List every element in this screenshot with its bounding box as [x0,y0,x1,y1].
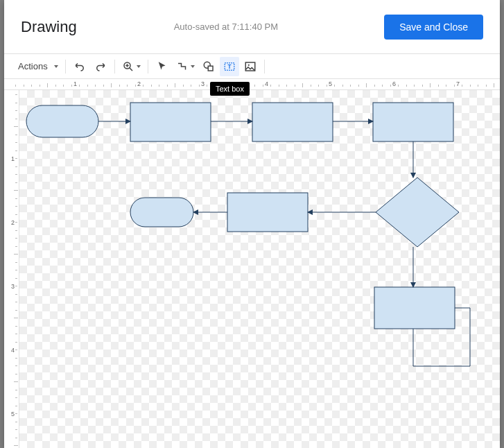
chevron-down-icon [137,65,141,68]
flowchart-rect[interactable] [130,103,211,141]
toolbar-separator [65,60,66,74]
chevron-down-icon [191,65,195,68]
toolbar-separator [264,60,265,74]
flowchart-terminator[interactable] [130,198,193,227]
zoom-button[interactable] [119,57,144,76]
ruler-h-label: 6 [392,80,396,87]
zoom-icon [122,60,134,73]
svg-line-1 [129,67,132,71]
undo-icon [73,60,86,73]
line-icon [176,60,189,73]
toolbar: Actions T [4,54,500,79]
textbox-tool-button[interactable]: T [220,57,239,76]
ruler-h-label: 1 [73,80,77,87]
textbox-icon: T [223,60,236,73]
svg-text:T: T [227,64,231,70]
chevron-down-icon [54,65,58,68]
shape-tool-button[interactable] [199,57,218,76]
ruler-h-label: 7 [456,80,460,87]
toolbar-separator [148,60,148,74]
flowchart-rect[interactable] [373,103,453,141]
drawing-dialog: Drawing Auto-saved at 7:11:40 PM Save an… [4,0,500,448]
select-tool-button[interactable] [153,57,172,76]
ruler-h-label: 2 [137,80,141,87]
textbox-tooltip: Text box [210,82,250,96]
redo-button[interactable] [91,57,110,76]
flowchart-shapes [19,90,500,448]
shape-icon [202,60,215,73]
ruler-v-label: 3 [11,283,15,290]
ruler-h-label: 4 [265,80,268,87]
toolbar-separator [114,60,115,74]
line-tool-button[interactable] [173,57,198,76]
ruler-v-label: 2 [11,219,15,226]
flowchart-diamond[interactable] [376,178,459,247]
ruler-v-label: 4 [11,347,15,354]
dialog-title: Drawing [21,18,77,36]
actions-label: Actions [14,61,52,71]
ruler-v-label: 5 [11,411,15,417]
svg-point-9 [247,64,249,65]
save-and-close-button[interactable]: Save and Close [384,15,483,40]
flowchart-terminator[interactable] [26,105,98,137]
dialog-header: Drawing Auto-saved at 7:11:40 PM Save an… [4,0,500,54]
actions-menu-button[interactable]: Actions [11,57,61,76]
svg-rect-5 [208,66,213,71]
canvas-area: 12345 [8,90,500,448]
ruler-h-label: 5 [329,80,332,87]
drawing-canvas[interactable] [19,90,500,448]
ruler-v-label: 1 [11,155,15,162]
flowchart-rect[interactable] [374,287,455,329]
flowchart-rect[interactable] [252,103,333,141]
ruler-h-label: 3 [201,80,205,87]
image-tool-button[interactable] [241,57,260,76]
image-icon [244,60,257,73]
redo-icon [94,60,107,73]
autosave-status: Auto-saved at 7:11:40 PM [77,21,384,32]
cursor-icon [156,60,168,73]
ruler-horizontal: 1234567 [4,79,500,90]
flowchart-rect[interactable] [227,193,308,232]
undo-button[interactable] [70,57,89,76]
ruler-vertical: 12345 [8,90,19,448]
